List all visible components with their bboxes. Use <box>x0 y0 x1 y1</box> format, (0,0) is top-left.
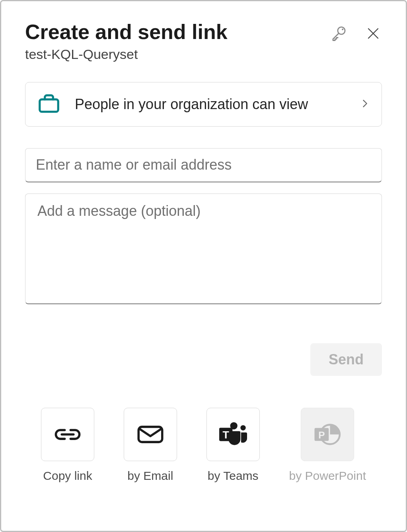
email-tile <box>124 408 177 461</box>
link-icon <box>53 424 82 444</box>
powerpoint-tile: P <box>301 408 354 461</box>
share-options: Copy link by Email T <box>25 408 382 483</box>
send-button[interactable]: Send <box>310 343 382 376</box>
by-powerpoint-option[interactable]: P by PowerPoint <box>289 408 366 483</box>
send-row: Send <box>25 343 382 376</box>
copy-link-option[interactable]: Copy link <box>41 408 94 483</box>
copy-link-label: Copy link <box>43 469 92 483</box>
dialog-subtitle: test-KQL-Queryset <box>25 47 382 62</box>
email-icon <box>137 424 164 445</box>
svg-rect-6 <box>138 427 162 442</box>
share-dialog: Create and send link test-KQL-Queryset <box>0 0 407 532</box>
by-teams-label: by Teams <box>208 469 259 483</box>
by-email-label: by Email <box>127 469 173 483</box>
powerpoint-icon: P <box>312 421 343 448</box>
chevron-right-icon <box>359 98 370 111</box>
by-powerpoint-label: by PowerPoint <box>289 469 366 483</box>
recipient-input[interactable] <box>25 148 382 182</box>
svg-rect-4 <box>40 99 58 111</box>
copy-link-tile <box>41 408 94 461</box>
by-email-option[interactable]: by Email <box>124 408 177 483</box>
header-actions <box>329 23 382 43</box>
teams-tile: T <box>206 408 260 461</box>
svg-text:T: T <box>222 429 229 441</box>
dialog-header: Create and send link <box>25 20 382 44</box>
close-icon <box>366 26 380 41</box>
briefcase-icon <box>37 91 61 117</box>
permission-text: People in your organization can view <box>75 95 346 114</box>
teams-icon: T <box>217 421 249 448</box>
key-icon <box>330 25 347 42</box>
dialog-title: Create and send link <box>25 20 228 44</box>
permission-selector[interactable]: People in your organization can view <box>25 82 382 127</box>
by-teams-option[interactable]: T by Teams <box>206 408 260 483</box>
svg-point-1 <box>342 29 343 30</box>
manage-access-button[interactable] <box>329 23 349 43</box>
close-button[interactable] <box>364 25 382 42</box>
svg-text:P: P <box>319 430 325 440</box>
svg-point-8 <box>240 425 245 430</box>
message-input[interactable] <box>25 194 382 304</box>
